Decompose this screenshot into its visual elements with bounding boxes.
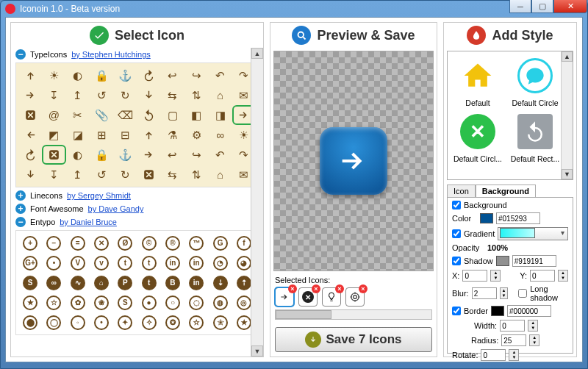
icon-cell[interactable]: ↩ [161,65,184,85]
icon-cell[interactable]: ⬤ [18,312,42,332]
icon-cell[interactable]: ⌂ [208,85,232,105]
icon-cell[interactable]: © [137,233,160,253]
icon-cell[interactable]: ⌂ [208,165,232,184]
scroll-up-button[interactable]: ▲ [251,48,263,59]
save-button[interactable]: Save 7 Icons [275,327,432,352]
tab-icon[interactable]: Icon [447,184,476,197]
icon-cell[interactable]: ◍ [208,293,232,312]
icon-cell[interactable]: P [113,273,137,293]
icon-cell[interactable]: ® [161,233,184,253]
icon-cell[interactable]: ⇅ [184,165,208,184]
x-spinner[interactable]: ▲▼ [490,270,501,282]
remove-icon[interactable]: × [312,284,320,293]
icon-cell[interactable]: • [42,253,65,273]
icon-cell[interactable]: ⚗ [161,125,184,145]
icon-cell[interactable]: ∞ [42,273,65,293]
icon-cell[interactable] [137,145,160,165]
icon-cell[interactable]: ∿ [66,273,90,293]
icon-cell[interactable]: ✦ [113,312,137,332]
icon-cell[interactable]: ⇆ [161,85,184,105]
icon-cell[interactable]: ↺ [90,165,113,184]
selected-icon-x-circle[interactable]: ✕ × [298,287,318,307]
icon-cell[interactable]: ◧ [184,105,208,125]
expand-icon[interactable]: + [15,204,26,214]
icon-cell[interactable]: ✿ [66,293,90,312]
icon-cell[interactable] [18,165,42,184]
radius-input[interactable] [501,334,526,346]
collapse-icon[interactable]: − [15,217,26,227]
icon-cell[interactable]: ✧ [137,312,160,332]
style-default-circle[interactable]: Default Circle [508,54,562,107]
x-input[interactable] [462,270,487,282]
icon-cell[interactable]: t [137,273,160,293]
icon-cell[interactable]: in [184,273,208,293]
icon-cell[interactable] [18,65,42,85]
icon-cell[interactable]: 📎 [90,105,113,125]
icon-cell[interactable]: ◪ [66,125,90,145]
icon-cell[interactable]: ↧ [42,85,65,105]
close-button[interactable]: ✕ [553,0,587,13]
remove-icon[interactable]: × [359,284,368,293]
icon-cell[interactable]: ◯ [42,312,65,332]
icon-cell[interactable]: S [113,293,137,312]
icon-cell[interactable]: ∞ [208,125,232,145]
iconset-author-link[interactable]: by Sergey Shmidt [67,191,131,200]
icon-cell[interactable]: ↪ [184,145,208,165]
icon-cell[interactable]: ↧ [42,165,65,184]
maximize-button[interactable]: ▢ [531,0,553,13]
icon-cell[interactable] [137,165,160,184]
icon-cell[interactable]: ⌂ [90,273,113,293]
icon-cell[interactable]: ▢ [161,105,184,125]
icon-cell[interactable]: ◔ [208,253,232,273]
tab-background[interactable]: Background [476,184,536,197]
rotate-spinner[interactable]: ▲▼ [509,349,519,361]
icon-cell[interactable] [18,85,42,105]
icon-cell[interactable]: ◌ [184,293,208,312]
iconset-linecons-header[interactable]: + Linecons by Sergey Shmidt [11,189,263,202]
iconset-author-link[interactable]: by Dave Gandy [88,204,144,213]
radius-spinner[interactable]: ▲▼ [529,334,539,346]
icon-cell[interactable]: v [90,253,113,273]
icon-cell[interactable]: in [161,253,184,273]
icon-cell[interactable]: ↩ [161,145,184,165]
icon-cell[interactable]: ◩ [42,125,65,145]
color-input[interactable] [496,212,540,224]
y-spinner[interactable]: ▲▼ [558,270,568,282]
icon-cell[interactable]: ⇆ [161,165,184,184]
icon-cell[interactable]: ↻ [113,85,137,105]
shadow-checkbox[interactable] [452,257,461,265]
icon-cell[interactable]: ↪ [184,65,208,85]
icon-cell[interactable]: 🔒 [90,145,113,165]
gradient-checkbox[interactable] [452,229,461,238]
iconset-author-link[interactable]: by Daniel Bruce [60,218,117,226]
shadow-swatch[interactable] [496,256,509,266]
icon-cell[interactable]: ☀ [42,65,65,85]
icon-cell[interactable]: G [208,233,232,253]
iconset-typeicons-header[interactable]: − TypeIcons by Stephen Hutchings [11,48,263,61]
icon-cell[interactable] [137,105,160,125]
icon-cell[interactable]: ◨ [208,105,232,125]
icon-cell[interactable]: ★ [18,293,42,312]
icon-cell[interactable]: t [137,253,160,273]
icon-cell[interactable]: ⇣ [208,273,232,293]
icon-cell[interactable]: 🔒 [90,65,113,85]
selected-icon-target[interactable]: × [345,287,365,307]
icon-cell[interactable]: − [42,233,65,253]
bg-enable-checkbox[interactable] [452,201,461,209]
remove-icon[interactable]: × [335,284,344,293]
icon-cell[interactable]: G+ [18,253,42,273]
icon-cell[interactable]: ↥ [66,165,90,184]
icon-cell[interactable]: B [161,273,184,293]
icon-cell[interactable]: ◦ [66,312,90,332]
selected-icon-arrow-right[interactable]: × [275,287,294,307]
icon-cell[interactable]: ↻ [113,165,137,184]
icon-cell[interactable]: Ø [113,233,137,253]
icon-cell[interactable]: in [184,253,208,273]
icon-cell[interactable]: ⇅ [184,85,208,105]
icon-cell[interactable]: S [18,273,42,293]
icon-cell[interactable]: ⊞ [90,125,113,145]
iconset-fontawesome-header[interactable]: + Font Awesome by Dave Gandy [11,202,263,215]
border-checkbox[interactable] [452,307,461,315]
icon-cell[interactable]: ✪ [161,312,184,332]
long-shadow-checkbox[interactable] [518,289,527,298]
